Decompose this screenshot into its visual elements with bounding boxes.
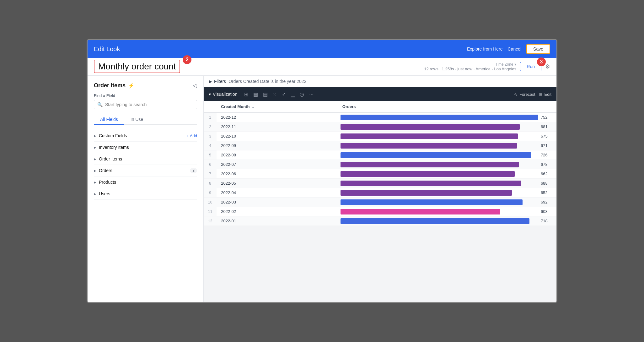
- cell-month: 2022-11: [217, 122, 336, 132]
- bar-value: 692: [541, 200, 552, 204]
- table-row: 12022-12752: [204, 112, 556, 122]
- forecast-button[interactable]: ∿ Forecast: [514, 92, 535, 97]
- bar-fill: [341, 115, 538, 120]
- search-icon: 🔍: [97, 102, 103, 107]
- filter-expand-arrow-icon: ▶: [209, 79, 212, 84]
- expand-arrow-icon: ▶: [94, 146, 96, 149]
- col-header-orders[interactable]: Orders: [336, 101, 556, 112]
- look-title[interactable]: Monthly order count: [94, 60, 180, 73]
- app-container: Edit Look Explore from Here Cancel Save …: [87, 39, 557, 303]
- filters-toggle[interactable]: ▶ Filters: [209, 79, 226, 84]
- viz-label: Visualization: [213, 92, 237, 97]
- field-group-order-items[interactable]: ▶ Order Items: [94, 153, 197, 165]
- timezone-label: Time Zone: [495, 62, 513, 67]
- cell-orders: 726: [336, 150, 556, 160]
- expand-arrow-icon: ▶: [94, 169, 96, 172]
- table-row: 52022-08726: [204, 150, 556, 160]
- row-number: 3: [204, 132, 217, 141]
- bar-chart-icon[interactable]: ▦: [251, 90, 260, 99]
- cell-orders: 652: [336, 188, 556, 198]
- viz-toggle-button[interactable]: ▾ Visualization: [209, 92, 237, 97]
- field-group-products[interactable]: ▶ Products: [94, 176, 197, 188]
- bar-fill: [341, 181, 522, 186]
- table-row: 122022-01718: [204, 216, 556, 226]
- table-row: 72022-06662: [204, 169, 556, 179]
- cell-orders: 692: [336, 198, 556, 207]
- row-number: 11: [204, 207, 217, 216]
- expand-arrow-icon: ▶: [94, 134, 96, 138]
- grouped-bar-icon[interactable]: ▤: [261, 90, 270, 99]
- cell-orders: 671: [336, 141, 556, 150]
- search-input[interactable]: [105, 102, 194, 107]
- bar-value: 678: [541, 162, 552, 167]
- forecast-icon: ∿: [514, 92, 518, 97]
- bar-fill: [341, 152, 531, 158]
- back-icon[interactable]: ◁: [193, 82, 197, 89]
- cell-month: 2022-10: [217, 132, 336, 141]
- meta-info: 12 rows · 1.258s · just now · America - …: [424, 67, 516, 71]
- filters-bar: ▶ Filters Orders Created Date is in the …: [204, 76, 556, 87]
- sidebar: Order Items ⚡ ◁ Find a Field 🔍 All Field…: [88, 76, 204, 302]
- col-header-created-month[interactable]: Created Month ⌄: [217, 101, 336, 112]
- bar-value: 608: [541, 209, 552, 214]
- scatter-icon[interactable]: ⁙: [271, 90, 279, 99]
- sidebar-title: Order Items: [94, 82, 126, 89]
- table-row: 92022-04652: [204, 188, 556, 198]
- field-group-users[interactable]: ▶ Users: [94, 188, 197, 200]
- viz-type-icons: ⊞ ▦ ▤ ⁙ ✓ ▁ ◷ ···: [242, 90, 315, 99]
- table-header-row: Created Month ⌄ Orders: [204, 101, 556, 112]
- table-row: 62022-07678: [204, 160, 556, 169]
- bar-value: 652: [541, 190, 552, 195]
- cell-month: 2022-02: [217, 207, 336, 216]
- bar-fill: [341, 199, 523, 205]
- lightning-icon: ⚡: [128, 83, 134, 89]
- table-row: 22022-11681: [204, 122, 556, 132]
- row-number: 12: [204, 216, 217, 226]
- add-custom-field-button[interactable]: + Add: [186, 133, 197, 138]
- row-number: 7: [204, 169, 217, 179]
- table-view-icon[interactable]: ⊞: [242, 90, 250, 99]
- orders-field-count-badge: 3: [190, 168, 197, 173]
- field-group-inventory-items[interactable]: ▶ Inventory Items: [94, 142, 197, 153]
- expand-arrow-icon: ▶: [94, 181, 96, 184]
- timezone-chevron-icon: ▾: [514, 62, 516, 67]
- bar-value: 718: [541, 219, 552, 223]
- field-group-custom-fields[interactable]: ▶ Custom Fields + Add: [94, 130, 197, 142]
- filter-text: Orders Created Date is in the year 2022: [228, 79, 306, 84]
- bar-fill: [341, 171, 515, 177]
- cancel-button[interactable]: Cancel: [507, 46, 521, 52]
- viz-chevron-down-icon: ▾: [209, 92, 211, 97]
- cell-month: 2022-03: [217, 198, 336, 207]
- cell-orders: 608: [336, 207, 556, 216]
- save-button[interactable]: Save: [526, 44, 550, 54]
- viz-toolbar: ▾ Visualization ⊞ ▦ ▤ ⁙ ✓ ▁ ◷ ··· ∿ Fore…: [204, 87, 556, 101]
- field-group-orders[interactable]: ▶ Orders 3: [94, 165, 197, 176]
- row-number: 1: [204, 112, 217, 122]
- tab-all-fields[interactable]: All Fields: [94, 114, 124, 125]
- clock-icon[interactable]: ◷: [298, 90, 306, 99]
- bar-value: 675: [541, 134, 552, 138]
- sidebar-title-row: Order Items ⚡: [94, 82, 134, 89]
- cell-month: 2022-09: [217, 141, 336, 150]
- header: Edit Look Explore from Here Cancel Save: [88, 40, 556, 58]
- bar-fill: [341, 190, 512, 196]
- explore-from-here-button[interactable]: Explore from Here: [467, 46, 503, 52]
- area-chart-icon[interactable]: ▁: [289, 90, 297, 99]
- sidebar-header: Order Items ⚡ ◁: [94, 82, 197, 89]
- bar-fill: [341, 124, 520, 130]
- expand-arrow-icon: ▶: [94, 157, 96, 161]
- cell-orders: 681: [336, 122, 556, 132]
- table-row: 112022-02608: [204, 207, 556, 216]
- row-number: 4: [204, 141, 217, 150]
- cell-month: 2022-08: [217, 150, 336, 160]
- tab-in-use[interactable]: In Use: [124, 114, 149, 125]
- more-icon[interactable]: ···: [307, 90, 315, 98]
- edit-viz-button[interactable]: ⊟ Edit: [539, 92, 551, 97]
- cell-month: 2022-01: [217, 216, 336, 226]
- cell-orders: 662: [336, 169, 556, 179]
- expand-arrow-icon: ▶: [94, 192, 96, 196]
- subheader: Monthly order count 2 Time Zone ▾ 12 row…: [88, 58, 556, 76]
- settings-gear-icon[interactable]: ⚙: [545, 63, 550, 70]
- line-chart-icon[interactable]: ✓: [280, 90, 288, 99]
- cell-orders: 675: [336, 132, 556, 141]
